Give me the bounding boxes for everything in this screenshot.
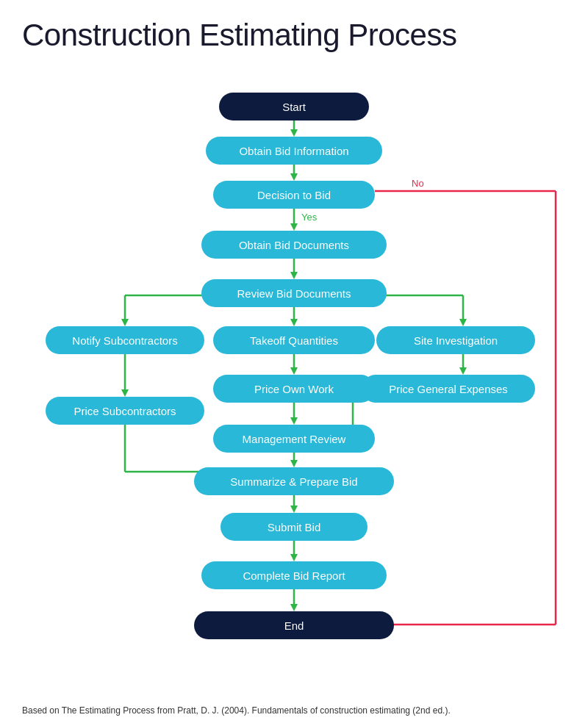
svg-marker-12 bbox=[290, 319, 298, 326]
svg-marker-19 bbox=[459, 367, 467, 375]
diagram-container: Yes No Start Obtain Bid Information Deci… bbox=[0, 60, 588, 699]
obtain-bid-docs-node: Obtain Bid Documents bbox=[201, 231, 387, 259]
review-bid-docs-node: Review Bid Documents bbox=[201, 279, 387, 307]
summarize-prepare-bid-node: Summarize & Prepare Bid bbox=[194, 467, 394, 495]
svg-marker-10 bbox=[121, 319, 129, 326]
end-node: End bbox=[194, 611, 394, 639]
svg-marker-17 bbox=[290, 367, 298, 375]
svg-marker-35 bbox=[290, 554, 298, 561]
svg-marker-15 bbox=[459, 319, 467, 326]
site-investigation-node: Site Investigation bbox=[376, 326, 535, 354]
footer-citation: Based on The Estimating Process from Pra… bbox=[0, 699, 588, 723]
svg-marker-1 bbox=[290, 129, 298, 137]
page-title: Construction Estimating Process bbox=[0, 0, 588, 60]
svg-marker-23 bbox=[290, 417, 298, 425]
obtain-bid-info-node: Obtain Bid Information bbox=[206, 137, 382, 165]
complete-bid-report-node: Complete Bid Report bbox=[201, 561, 387, 589]
notify-subcontractors-node: Notify Subcontractors bbox=[46, 326, 204, 354]
svg-marker-31 bbox=[290, 460, 298, 467]
svg-text:No: No bbox=[412, 178, 424, 189]
start-node: Start bbox=[219, 93, 369, 120]
svg-marker-21 bbox=[121, 389, 129, 397]
svg-marker-7 bbox=[290, 272, 298, 279]
price-own-work-node: Price Own Work bbox=[213, 375, 375, 403]
svg-text:Yes: Yes bbox=[301, 212, 318, 223]
svg-marker-3 bbox=[290, 173, 298, 181]
svg-marker-37 bbox=[290, 604, 298, 611]
management-review-node: Management Review bbox=[213, 425, 375, 453]
decision-to-bid-node: Decision to Bid bbox=[213, 181, 375, 209]
price-general-expenses-node: Price General Expenses bbox=[362, 375, 535, 403]
takeoff-quantities-node: Takeoff Quantities bbox=[213, 326, 375, 354]
svg-marker-33 bbox=[290, 506, 298, 513]
submit-bid-node: Submit Bid bbox=[220, 513, 368, 541]
price-subcontractors-node: Price Subcontractors bbox=[46, 397, 204, 425]
svg-marker-5 bbox=[290, 223, 298, 231]
